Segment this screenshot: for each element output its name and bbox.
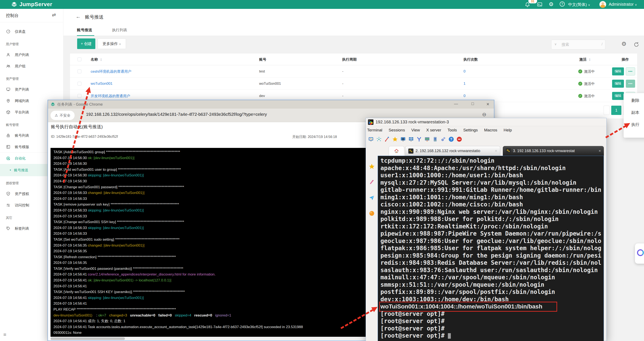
menu-view[interactable]: View bbox=[411, 128, 420, 132]
brush-icon[interactable] bbox=[368, 179, 375, 186]
jumpserver-logo-icon bbox=[11, 1, 17, 7]
maximize-icon[interactable]: □ bbox=[472, 101, 474, 106]
collapse-menu-icon[interactable]: ≡ bbox=[4, 332, 6, 338]
col-active[interactable]: 激活 ▲▼ bbox=[579, 57, 591, 62]
search-scope-chevron-icon[interactable]: ∨ bbox=[554, 42, 557, 46]
sidebar-item-用户组[interactable]: 用户组 bbox=[0, 60, 64, 72]
create-button[interactable]: + 创建 bbox=[77, 38, 95, 49]
minimize-icon[interactable]: — bbox=[454, 101, 458, 106]
check-circle-icon: ✓ bbox=[578, 81, 582, 86]
row-more-button[interactable]: ••• bbox=[626, 67, 635, 75]
col-count[interactable]: 执行次数 bbox=[464, 57, 478, 62]
close-tab-icon[interactable]: × bbox=[598, 149, 601, 153]
key-icon bbox=[408, 149, 414, 154]
moba-tab-2[interactable]: 2. 192.168.126.132 rock-vmwarestatio × bbox=[405, 146, 500, 156]
tools-icon[interactable] bbox=[384, 136, 390, 143]
menu-tools[interactable]: Tools bbox=[448, 128, 457, 132]
menu-item-副本[interactable]: 副本 bbox=[624, 106, 644, 118]
tunnel-icon[interactable] bbox=[424, 136, 430, 143]
user-menu[interactable]: Administrator ∨ bbox=[609, 2, 637, 7]
search-input[interactable]: ∨ 搜索 / bbox=[551, 40, 605, 49]
star-icon[interactable] bbox=[368, 163, 375, 170]
row-more-button[interactable]: ••• bbox=[626, 80, 635, 88]
multiexec-icon[interactable] bbox=[416, 136, 422, 143]
sidebar-item-label: 仪表盘 bbox=[15, 29, 26, 34]
moba-tab-3[interactable]: 3. 192.168.126.133 rock-vmwarestat × bbox=[503, 146, 604, 156]
chrome-titlebar[interactable]: 任务列表 - Google Chrome — □ × bbox=[48, 100, 494, 109]
settings-gear-icon[interactable]: ⚙ bbox=[549, 1, 554, 7]
col-period[interactable]: 执行周期 bbox=[342, 57, 356, 62]
sidebar-item-用户列表[interactable]: 用户列表 bbox=[0, 49, 64, 60]
settings-icon[interactable] bbox=[440, 136, 446, 143]
ssh-terminal-output[interactable]: tcpdump:x:72:72::/:/sbin/nologinapache:x… bbox=[378, 156, 604, 341]
moba-tabbar: 2. 192.168.126.132 rock-vmwarestatio × 3… bbox=[366, 145, 606, 156]
terminal-line-2: apache:x:48:48:Apache:/usr/share/httpd:/… bbox=[380, 165, 604, 172]
row-checkbox[interactable] bbox=[78, 69, 81, 73]
swap-view-icon[interactable]: ⇄ bbox=[52, 12, 56, 18]
tab-execution-list[interactable]: 执行列表 bbox=[112, 27, 127, 32]
back-arrow-icon[interactable]: ← bbox=[76, 13, 81, 19]
moba-menubar: TerminalSessionsViewX serverToolsSetting… bbox=[367, 128, 512, 132]
exit-icon[interactable] bbox=[456, 136, 463, 143]
url-text[interactable]: 192.168.126.132/core/ops/celery/task/142… bbox=[86, 112, 267, 117]
menu-sessions[interactable]: Sessions bbox=[389, 128, 405, 132]
sidebar-item-仪表盘[interactable]: 仪表盘 bbox=[0, 26, 64, 37]
zoom-out-icon[interactable]: ⊖ bbox=[482, 112, 486, 117]
table-settings-gear-icon[interactable]: ⚙ bbox=[622, 40, 626, 47]
split-view-icon[interactable] bbox=[408, 136, 414, 143]
menu-x-server[interactable]: X server bbox=[426, 128, 441, 132]
avatar[interactable] bbox=[600, 1, 606, 8]
col-account[interactable]: 账号 bbox=[259, 57, 266, 62]
help-icon[interactable]: ? bbox=[560, 1, 565, 6]
row-name-link[interactable]: ceshi环境机器的普通用户 bbox=[91, 69, 132, 74]
xserver-icon[interactable] bbox=[400, 136, 406, 143]
row-name-link[interactable]: 开发环境机器的普通用户 bbox=[91, 93, 130, 98]
edit-button[interactable]: 编辑 bbox=[612, 80, 624, 88]
row-checkbox[interactable] bbox=[78, 82, 81, 86]
row-name-link[interactable]: woTuiSon001 bbox=[91, 81, 112, 86]
col-name[interactable]: 名称 ▲▼ bbox=[91, 57, 102, 62]
session-icon[interactable] bbox=[368, 136, 374, 143]
scrollbar-thumb[interactable] bbox=[50, 338, 125, 340]
terminal-line-8: nginx:x:990:989:Nginx web server:/var/li… bbox=[380, 208, 604, 216]
menu-macros[interactable]: Macros bbox=[484, 128, 497, 132]
ball-icon[interactable] bbox=[368, 210, 375, 217]
row-account: woTuiSon001 bbox=[259, 81, 281, 86]
pagination-page-1[interactable]: 1 bbox=[611, 106, 622, 115]
row-checkbox[interactable] bbox=[78, 94, 81, 98]
monitor-icon bbox=[6, 87, 10, 92]
pagination-prev-button[interactable] bbox=[604, 106, 610, 115]
sidebar-item-资产列表[interactable]: 资产列表 bbox=[0, 84, 64, 95]
web-terminal-icon[interactable] bbox=[537, 2, 542, 7]
moba-home-tab[interactable] bbox=[389, 146, 404, 156]
security-indicator[interactable]: ⚠不安全 bbox=[50, 111, 74, 120]
bookmark-star-icon[interactable] bbox=[392, 136, 398, 143]
moba-titlebar[interactable]: >_ 192.168.126.133 rock-vmwarestation-3 bbox=[366, 118, 606, 126]
more-actions-button[interactable]: 更多操作 ∨ bbox=[98, 38, 126, 49]
menu-settings[interactable]: Settings bbox=[463, 128, 478, 132]
row-exec-count-link[interactable]: 0 bbox=[464, 94, 466, 98]
menu-help[interactable]: Help bbox=[504, 128, 512, 132]
brand-logo[interactable]: JumpServer bbox=[11, 1, 52, 7]
row-account: test bbox=[259, 69, 265, 73]
help-icon[interactable]: ? bbox=[448, 136, 455, 143]
menu-item-删除[interactable]: 删除 bbox=[624, 94, 644, 106]
paper-plane-icon[interactable] bbox=[368, 195, 375, 202]
packages-icon[interactable] bbox=[432, 136, 438, 143]
edit-button[interactable]: 编辑 bbox=[612, 67, 624, 75]
close-icon[interactable]: × bbox=[486, 101, 489, 107]
refresh-icon[interactable] bbox=[633, 41, 640, 48]
edit-button[interactable]: 编辑 bbox=[612, 92, 624, 100]
select-all-checkbox[interactable] bbox=[78, 57, 81, 61]
row-exec-count-link[interactable]: 1 bbox=[464, 81, 466, 86]
language-selector[interactable]: 中文(简体) ∨ bbox=[568, 2, 590, 7]
tab-account-push[interactable]: 账号推送 bbox=[77, 27, 92, 32]
close-tab-icon[interactable]: × bbox=[495, 149, 497, 153]
row-period: - bbox=[342, 94, 344, 98]
row-exec-count-link[interactable]: 0 bbox=[464, 69, 466, 73]
network-icon[interactable] bbox=[376, 136, 382, 143]
floating-extension-widget[interactable] bbox=[635, 243, 644, 264]
task-heading: 账号执行自动化(账号推送) bbox=[51, 124, 103, 130]
menu-terminal[interactable]: Terminal bbox=[367, 128, 382, 132]
terminal-line-14: pesign:x:985:984:Group for the pesign si… bbox=[380, 252, 604, 260]
